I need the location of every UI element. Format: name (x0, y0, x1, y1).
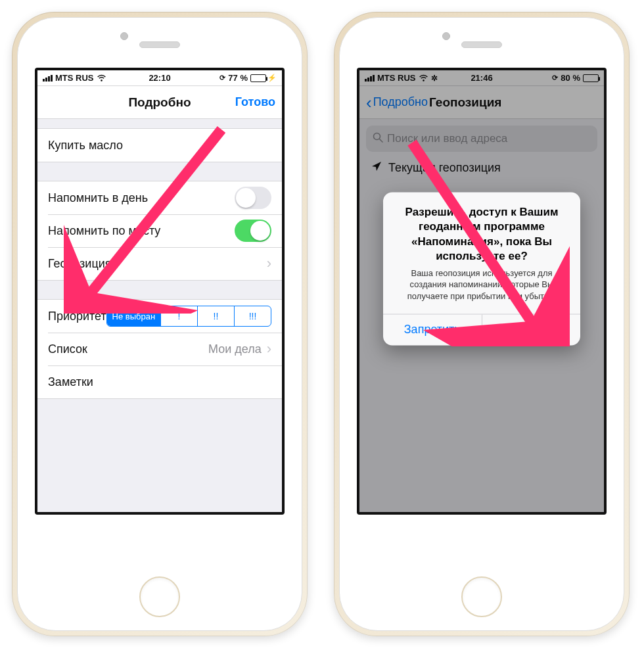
nav-bar: Подробно Готово (37, 86, 282, 119)
chevron-right-icon: › (267, 255, 271, 272)
battery-percent: 80 % (561, 73, 580, 83)
remind-place-switch[interactable] (235, 220, 271, 242)
wifi-icon (419, 74, 428, 83)
chevron-left-icon: ‹ (366, 94, 372, 111)
back-button[interactable]: ‹ Подробно (366, 94, 428, 111)
reminder-title-text: Купить масло (48, 139, 123, 152)
priority-opt-3[interactable]: !!! (234, 306, 271, 326)
orientation-lock-icon: ⟳ (219, 74, 225, 82)
nav-title: Подробно (128, 95, 191, 110)
status-bar: MTS RUS 22:10 ⟳ 77 % ⚡ (37, 70, 282, 86)
location-cell[interactable]: Геопозиция › (37, 247, 282, 280)
search-placeholder: Поиск или ввод адреса (387, 132, 507, 145)
priority-opt-none[interactable]: Не выбран (107, 306, 160, 326)
alert-title: Разрешить доступ к Вашим геоданным прогр… (383, 193, 580, 268)
list-label: Список (48, 342, 87, 356)
priority-cell: Приоритет Не выбран ! !! !!! (37, 300, 282, 333)
group-meta: Приоритет Не выбран ! !! !!! Список Мои … (37, 299, 282, 399)
location-arrow-icon (371, 161, 382, 175)
nav-title: Геопозиция (429, 95, 501, 110)
speaker-grille (461, 41, 502, 48)
priority-segmented[interactable]: Не выбран ! !! !!! (106, 306, 271, 327)
remind-day-label: Напомнить в день (48, 191, 148, 205)
remind-place-label: Напомнить по месту (48, 224, 160, 238)
search-icon (373, 132, 383, 146)
list-value: Мои дела (208, 342, 262, 356)
phone-body: MTS RUS 22:10 ⟳ 77 % ⚡ Подробно (17, 17, 302, 631)
clock: 21:46 (471, 73, 492, 83)
deny-button[interactable]: Запретить (383, 315, 482, 346)
status-bar: MTS RUS ✲ 21:46 ⟳ 80 % (359, 70, 604, 86)
permission-alert: Разрешить доступ к Вашим геоданным прогр… (383, 193, 580, 346)
iphone-mockup-left: MTS RUS 22:10 ⟳ 77 % ⚡ Подробно (12, 12, 308, 636)
signal-bars-icon (43, 75, 53, 82)
current-location-row[interactable]: Текущая геопозиция (359, 152, 604, 183)
group-title: Купить масло (37, 128, 282, 162)
reminder-title-cell[interactable]: Купить масло (37, 129, 282, 162)
remind-place-cell: Напомнить по месту (37, 214, 282, 247)
remind-day-switch[interactable] (235, 187, 271, 209)
iphone-mockup-right: MTS RUS ✲ 21:46 ⟳ 80 % ‹ (334, 12, 630, 636)
priority-opt-1[interactable]: ! (160, 306, 197, 326)
home-button[interactable] (461, 576, 502, 617)
notes-cell[interactable]: Заметки (37, 365, 282, 398)
loading-spinner-icon: ✲ (431, 74, 438, 83)
carrier-label: MTS RUS (377, 73, 416, 83)
clock: 22:10 (149, 73, 170, 83)
home-button[interactable] (139, 576, 180, 617)
priority-label: Приоритет (48, 310, 106, 323)
speaker-grille (139, 41, 180, 48)
back-label: Подробно (373, 95, 428, 109)
wifi-icon (97, 74, 106, 83)
alert-message: Ваша геопозиция используется для создани… (383, 268, 580, 314)
group-remind: Напомнить в день Напомнить по месту Геоп… (37, 181, 282, 281)
battery-icon: ⚡ (250, 74, 277, 82)
carrier-label: MTS RUS (55, 73, 94, 83)
nav-bar: ‹ Подробно Геопозиция (359, 86, 604, 119)
list-cell[interactable]: Список Мои дела › (37, 333, 282, 365)
search-field[interactable]: Поиск или ввод адреса (366, 126, 597, 152)
front-camera (442, 32, 450, 40)
battery-icon (583, 74, 599, 82)
location-label: Геопозиция (48, 257, 112, 271)
signal-bars-icon (365, 75, 375, 82)
svg-line-2 (380, 139, 383, 142)
done-button[interactable]: Готово (235, 95, 275, 109)
remind-day-cell: Напомнить в день (37, 181, 282, 214)
current-location-label: Текущая геопозиция (388, 161, 501, 175)
battery-percent: 77 % (228, 73, 248, 83)
allow-button[interactable]: Разрешить (482, 315, 581, 346)
priority-opt-2[interactable]: !! (197, 306, 234, 326)
phone-body: MTS RUS ✲ 21:46 ⟳ 80 % ‹ (339, 17, 624, 631)
chevron-right-icon: › (267, 340, 271, 358)
notes-label: Заметки (48, 375, 93, 389)
front-camera (120, 32, 128, 40)
orientation-lock-icon: ⟳ (552, 74, 558, 82)
screen-left: MTS RUS 22:10 ⟳ 77 % ⚡ Подробно (35, 68, 285, 515)
charging-icon: ⚡ (267, 74, 277, 82)
svg-point-1 (374, 133, 380, 139)
screen-right: MTS RUS ✲ 21:46 ⟳ 80 % ‹ (357, 68, 607, 515)
